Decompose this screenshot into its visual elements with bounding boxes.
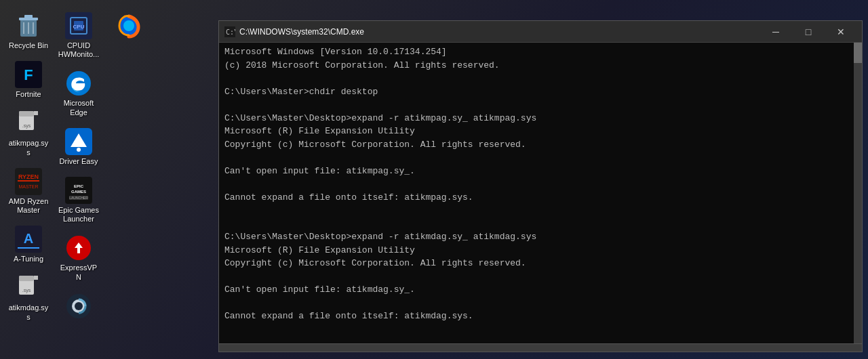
svg-rect-2	[24, 15, 33, 18]
svg-text:EPIC: EPIC	[74, 184, 84, 188]
desktop-icon-atikmpag[interactable]: .sys atikmpag.sys	[5, 106, 52, 161]
svg-point-41	[75, 302, 83, 310]
svg-text:CPU: CPU	[73, 24, 85, 30]
svg-point-32	[77, 148, 81, 152]
desktop-icon-amd-ryzen[interactable]: RYZEN MASTER AMD Ryzen Master	[5, 164, 52, 219]
desktop-icon-steam[interactable]	[55, 289, 102, 326]
svg-text:F: F	[24, 66, 33, 83]
maximize-button[interactable]: □	[793, 24, 824, 40]
cmd-scrollbar-thumb[interactable]	[854, 43, 862, 63]
svg-text:.sys: .sys	[22, 123, 31, 129]
desktop-icon-atikmdag[interactable]: .sys atikmdag.sys	[5, 270, 52, 325]
cmd-icon: C:\	[224, 26, 235, 37]
cmd-scrollbar[interactable]	[854, 43, 862, 343]
desktop-icons-area: Recycle Bin F Fortnite .sys	[0, 0, 149, 359]
svg-text:LAUNCHER: LAUNCHER	[69, 196, 88, 200]
desktop-icon-fortnite[interactable]: F Fortnite	[5, 57, 52, 103]
svg-text:RYZEN: RYZEN	[18, 173, 39, 180]
svg-rect-15	[18, 180, 39, 182]
desktop-icon-firefox[interactable]	[105, 8, 153, 45]
svg-text:.sys: .sys	[22, 288, 31, 293]
cmd-hscrollbar[interactable]	[219, 343, 862, 352]
cmd-titlebar: C:\ C:\WINDOWS\system32\CMD.exe ─ □ ✕	[219, 21, 862, 43]
cmd-body[interactable]: Microsoft Windows [Version 10.0.17134.25…	[219, 43, 862, 343]
svg-rect-24	[34, 276, 38, 280]
desktop-icon-driver-easy[interactable]: Driver Easy	[55, 124, 102, 170]
cmd-window-controls: ─ □ ✕	[760, 24, 856, 40]
desktop-icon-cpuid[interactable]: CPU CPUID HWMonito...	[55, 8, 102, 63]
svg-rect-19	[18, 247, 39, 249]
svg-text:C:\: C:\	[226, 28, 235, 36]
svg-rect-9	[19, 111, 34, 117]
svg-text:MASTER: MASTER	[18, 184, 38, 189]
svg-rect-21	[19, 276, 34, 281]
desktop-icon-recycle-bin[interactable]: Recycle Bin	[5, 8, 52, 54]
svg-rect-12	[34, 111, 38, 115]
desktop-icon-edge[interactable]: Microsoft Edge	[55, 66, 102, 121]
svg-point-43	[123, 20, 134, 31]
svg-text:GAMES: GAMES	[71, 190, 86, 194]
desktop: Recycle Bin F Fortnite .sys	[0, 0, 868, 359]
close-button[interactable]: ✕	[825, 24, 856, 40]
desktop-icon-epic-games[interactable]: EPIC GAMES LAUNCHER Epic Games Launcher	[55, 173, 102, 228]
svg-text:A: A	[24, 231, 33, 246]
cmd-window: C:\ C:\WINDOWS\system32\CMD.exe ─ □ ✕ Mi…	[218, 20, 863, 352]
cmd-output: Microsoft Windows [Version 10.0.17134.25…	[224, 45, 856, 343]
minimize-button[interactable]: ─	[760, 24, 791, 40]
desktop-icon-expressvpn[interactable]: ExpressVPN	[55, 230, 102, 285]
desktop-icon-a-tuning[interactable]: A A-Tuning	[5, 221, 52, 268]
